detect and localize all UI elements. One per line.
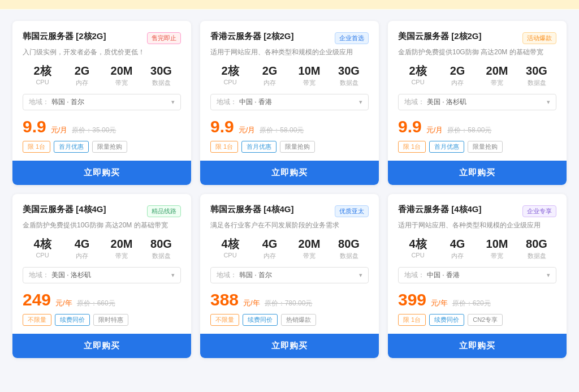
- card-badge: 售完即止: [147, 32, 181, 44]
- card-grid-row1: 韩国云服务器 [2核2G]售完即止入门级实例，开发者必备，质优价更低！2核CPU…: [12, 21, 567, 185]
- card-specs: 2核CPU2G内存20M带宽30G数据盘: [23, 64, 181, 87]
- spec-item: 20M带宽: [477, 64, 517, 87]
- buy-button[interactable]: 立即购买: [200, 161, 379, 185]
- price-original: 原价：780.00元: [265, 299, 313, 308]
- spec-item: 2核CPU: [210, 64, 250, 87]
- card-badge: 企业专享: [522, 205, 556, 217]
- region-select[interactable]: 地域：美国 · 洛杉矶▾: [23, 267, 181, 283]
- region-label: 地域：: [217, 270, 237, 280]
- spec-value: 80G: [329, 237, 369, 251]
- card-title: 美国云服务器 [2核2G]: [398, 31, 482, 42]
- spec-value: 80G: [517, 237, 556, 251]
- spec-value: 2G: [250, 64, 290, 77]
- buy-button[interactable]: 立即购买: [200, 334, 379, 358]
- spec-label: 数据盘: [141, 252, 181, 260]
- spec-item: 4核CPU: [23, 237, 62, 260]
- tag[interactable]: 限 1台: [398, 141, 426, 153]
- tag[interactable]: 不限量: [23, 314, 51, 326]
- tags-row: 限 1台首月优惠限量抢购: [398, 141, 556, 153]
- region-value: 韩国 · 首尔: [51, 97, 171, 107]
- chevron-down-icon: ▾: [547, 98, 550, 106]
- spec-item: 10M带宽: [290, 64, 329, 87]
- region-label: 地域：: [29, 270, 49, 280]
- product-card: 香港云服务器 [2核2G]企业首选适用于网站应用、各种类型和规模的企业级应用2核…: [200, 21, 379, 185]
- card-badge: 精品线路: [147, 205, 181, 217]
- spec-value: 80G: [141, 237, 181, 251]
- tag[interactable]: 限量抢购: [468, 141, 503, 153]
- price-unit: 元/年: [243, 298, 260, 308]
- chevron-down-icon: ▾: [359, 98, 362, 106]
- spec-label: CPU: [398, 252, 438, 259]
- tag[interactable]: 续费同价: [429, 314, 464, 326]
- tag[interactable]: 限量抢购: [92, 141, 127, 153]
- region-select[interactable]: 地域：中国 · 香港▾: [210, 94, 369, 110]
- price-original: 原价：660元: [77, 299, 115, 308]
- spec-item: 10M带宽: [477, 237, 517, 260]
- tag[interactable]: 不限量: [210, 314, 239, 326]
- card-header: 美国云服务器 [4核4G]精品线路: [23, 204, 181, 217]
- spec-item: 80G数据盘: [141, 237, 181, 260]
- chevron-down-icon: ▾: [171, 98, 175, 106]
- card-header: 香港云服务器 [2核2G]企业首选: [210, 31, 369, 44]
- card-desc: 金盾防护免费提供10G防御 高达20M 的基础带宽: [23, 221, 181, 230]
- buy-button[interactable]: 立即购买: [12, 161, 191, 185]
- spec-label: 内存: [438, 252, 477, 260]
- price-main: 388: [210, 291, 239, 308]
- tag[interactable]: 限 1台: [398, 314, 426, 326]
- tag[interactable]: 首月优惠: [241, 141, 276, 153]
- tag[interactable]: CN2专享: [468, 314, 503, 326]
- region-select[interactable]: 地域：中国 · 香港▾: [398, 267, 556, 283]
- spec-item: 2G内存: [438, 64, 477, 87]
- card-title: 香港云服务器 [4核4G]: [398, 204, 482, 215]
- product-card: 韩国云服务器 [4核4G]优质亚太满足各行业客户在不同发展阶段的业务需求4核CP…: [200, 194, 379, 358]
- card-specs: 2核CPU2G内存10M带宽30G数据盘: [210, 64, 369, 87]
- product-card: 韩国云服务器 [2核2G]售完即止入门级实例，开发者必备，质优价更低！2核CPU…: [12, 21, 191, 185]
- tag[interactable]: 限时特惠: [93, 314, 128, 326]
- spec-item: 30G数据盘: [329, 64, 369, 87]
- region-label: 地域：: [404, 97, 425, 107]
- region-select[interactable]: 地域：美国 · 洛杉矶▾: [398, 94, 556, 110]
- spec-label: 带宽: [477, 252, 517, 260]
- tag[interactable]: 首月优惠: [54, 141, 89, 153]
- buy-button[interactable]: 立即购买: [388, 334, 567, 358]
- tag[interactable]: 续费同价: [55, 314, 90, 326]
- card-header: 美国云服务器 [2核2G]活动爆款: [398, 31, 556, 44]
- spec-value: 20M: [290, 237, 329, 251]
- spec-item: 2核CPU: [23, 64, 62, 87]
- tags-row: 限 1台首月优惠限量抢购: [23, 141, 181, 153]
- region-select[interactable]: 地域：韩国 · 首尔▾: [23, 94, 181, 110]
- spec-value: 30G: [329, 64, 369, 77]
- spec-value: 2G: [438, 64, 477, 77]
- region-value: 韩国 · 首尔: [239, 270, 359, 280]
- buy-button[interactable]: 立即购买: [12, 334, 191, 358]
- price-unit: 元/月: [51, 125, 68, 135]
- card-badge: 优质亚太: [335, 205, 369, 217]
- card-desc: 适用于网站应用、各种类型和规模的企业级应用: [210, 48, 369, 57]
- spec-item: 4核CPU: [210, 237, 250, 260]
- spec-value: 4G: [438, 237, 477, 251]
- tag[interactable]: 首月优惠: [429, 141, 464, 153]
- spec-label: 内存: [250, 252, 290, 260]
- region-value: 中国 · 香港: [239, 97, 359, 107]
- tag[interactable]: 限 1台: [210, 141, 238, 153]
- tags-row: 不限量续费同价限时特惠: [23, 314, 181, 326]
- card-specs: 2核CPU2G内存20M带宽30G数据盘: [398, 64, 556, 87]
- spec-value: 30G: [517, 64, 556, 77]
- tag[interactable]: 限 1台: [23, 141, 50, 153]
- spec-label: 数据盘: [517, 79, 556, 87]
- spec-label: 带宽: [290, 79, 329, 87]
- tag[interactable]: 续费同价: [243, 314, 278, 326]
- spec-label: 内存: [250, 79, 290, 87]
- buy-button[interactable]: 立即购买: [388, 161, 567, 185]
- region-select[interactable]: 地域：韩国 · 首尔▾: [210, 267, 369, 283]
- price-original: 原价：58.00元: [447, 126, 491, 135]
- tag[interactable]: 限量抢购: [280, 141, 315, 153]
- region-label: 地域：: [217, 97, 237, 107]
- spec-value: 20M: [102, 64, 141, 77]
- spec-label: CPU: [210, 79, 250, 85]
- spec-label: 数据盘: [329, 79, 369, 87]
- price-main: 9.9: [398, 118, 422, 135]
- card-title: 香港云服务器 [2核2G]: [210, 31, 294, 42]
- price-row: 9.9元/月原价：58.00元: [210, 118, 369, 135]
- tag[interactable]: 热销爆款: [281, 314, 316, 326]
